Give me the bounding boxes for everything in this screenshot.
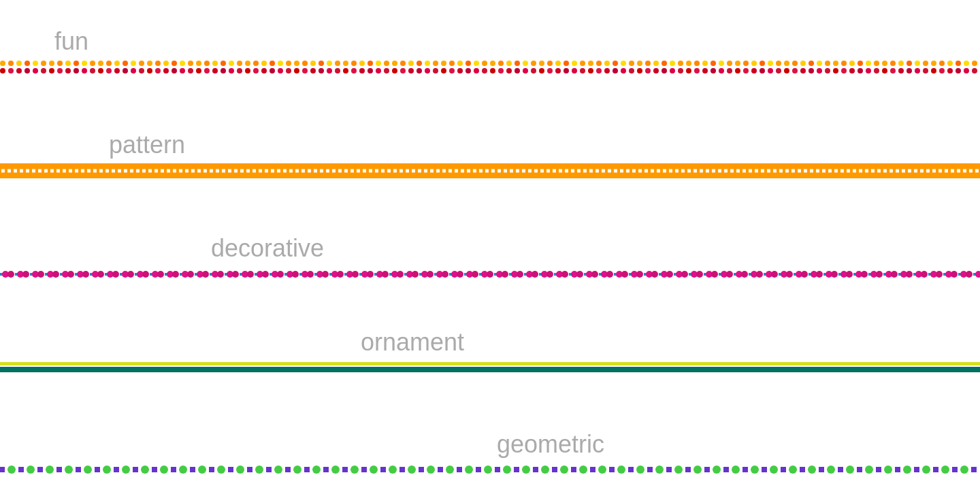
section-pattern: pattern [0,97,980,178]
border-fun [0,60,980,75]
label-fun: fun [0,20,980,60]
label-geometric: geometric [0,423,980,463]
border-decorative [0,267,980,282]
border-geometric [0,463,980,476]
section-geometric: geometric [0,397,980,476]
label-ornament: ornament [0,321,980,361]
label-decorative: decorative [0,227,980,267]
section-ornament: ornament [0,301,980,373]
section-fun: fun [0,0,980,75]
border-ornament [0,361,980,373]
section-decorative: decorative [0,200,980,282]
border-pattern [0,163,980,178]
label-pattern: pattern [0,124,980,163]
